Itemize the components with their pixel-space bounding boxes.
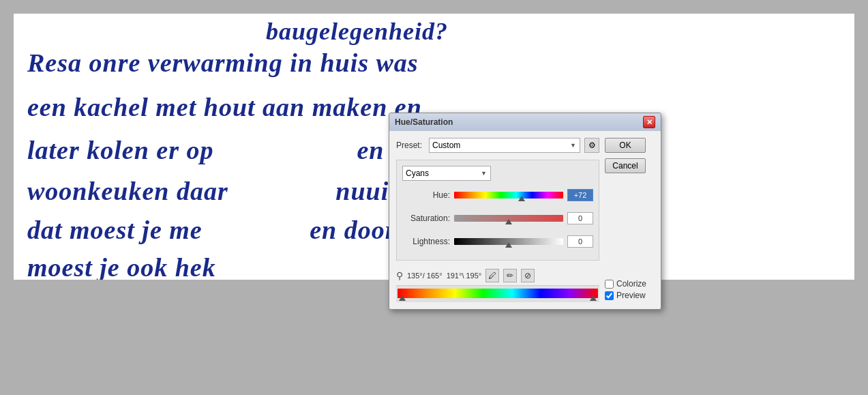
handwriting-line-6: dat moest je me en door [27,215,395,245]
lightness-thumb[interactable] [505,242,512,248]
lightness-label: Lightness: [402,237,450,246]
saturation-row: Saturation: [402,208,593,229]
preset-dropdown-wrapper: Custom [429,138,580,153]
preview-label: Preview [616,291,646,300]
channel-dropdown-wrapper: Cyans [402,166,491,181]
handwriting-line-3: een kachel met hout aan maken en [27,92,422,122]
options-section: Colorize Preview [605,275,646,302]
saturation-track[interactable] [454,215,563,222]
colorize-row: Colorize [605,279,646,289]
preview-row: Preview [605,291,646,300]
lightness-track[interactable] [454,238,563,245]
ok-button[interactable]: OK [605,138,646,153]
handwriting-line-7: moest je ook hek [27,252,216,280]
dialog-right: OK Cancel Colorize Preview [599,138,654,302]
range-icon: ⚲ [396,270,403,281]
hue-label: Hue: [402,190,450,200]
colorize-checkbox[interactable] [605,280,614,289]
eyedropper-button[interactable]: ✏ [503,269,517,282]
eyedropper-remove-button[interactable]: ⊘ [521,269,535,282]
range-right: 191°\ 195° [447,272,482,280]
saturation-slider-container [454,208,563,229]
eyedropper-add-button[interactable]: 🖊 [485,269,499,282]
hue-row: Hue: [402,185,593,205]
preview-checkbox[interactable] [605,291,614,300]
handwriting-line-4: later kolen er op en een [27,135,431,165]
channel-select[interactable]: Cyans [402,166,491,181]
saturation-value-input[interactable] [567,212,593,224]
close-button[interactable]: ✕ [643,116,655,128]
dialog-titlebar: Hue/Saturation ✕ [389,113,661,131]
spectrum-thumb-right[interactable] [590,295,597,301]
bottom-bar: ⚲ 135°/ 165° 191°\ 195° 🖊 ✏ ⊘ [396,266,599,285]
channel-row: Cyans [402,166,593,181]
saturation-thumb[interactable] [505,219,512,224]
dialog-title: Hue/Saturation [395,117,453,127]
preset-dropdown[interactable]: Custom [429,138,580,153]
preset-label: Preset: [396,141,425,150]
colorize-label: Colorize [616,279,646,289]
spectrum-thumb-left[interactable] [399,295,406,301]
hue-value-input[interactable] [567,189,593,201]
hue-track[interactable] [454,192,563,199]
settings-icon[interactable]: ⚙ [584,138,599,153]
cancel-button[interactable]: Cancel [605,158,646,173]
handwriting-line-2: Resa onre verwarming in huis was [27,48,419,78]
spectrum-bar[interactable] [398,289,598,298]
hue-slider-container [454,185,563,205]
hue-saturation-dialog: Hue/Saturation ✕ Preset: Custom ⚙ [389,113,661,310]
range-left: 135°/ 165° [407,272,443,280]
hue-thumb[interactable] [518,196,525,201]
lightness-slider-container [454,231,563,252]
preset-row: Preset: Custom ⚙ [396,138,599,153]
dialog-body: Preset: Custom ⚙ Cyans [389,131,661,309]
channel-section: Cyans Hue: [396,160,599,261]
handwriting-line-5: woonkeuken daar nuuis [27,176,400,206]
spectrum-row [396,285,599,302]
lightness-row: Lightness: [402,231,593,252]
saturation-label: Saturation: [402,214,450,223]
lightness-value-input[interactable] [567,235,593,248]
handwriting-line-1: baugelegenheid? [266,17,448,46]
